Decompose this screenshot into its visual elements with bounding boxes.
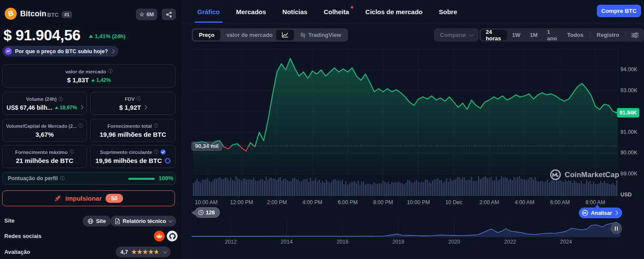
rocket-icon [54, 195, 61, 202]
current-price-badge: 91.94K [617, 108, 639, 117]
range-drag-handle[interactable] [611, 223, 622, 234]
history-badge[interactable]: 128 [195, 207, 220, 218]
chevron-right-icon [110, 49, 114, 54]
up-arrow-icon [89, 35, 93, 38]
info-icon: ⓘ [153, 123, 158, 129]
market-cap-card[interactable]: valor de mercadoⓘ $ 1,83T 1,42% [2, 64, 176, 87]
chevron-down-icon [169, 218, 173, 223]
volume-change: 18,97% [55, 105, 77, 111]
year-axis-label: 2022 [497, 239, 523, 245]
tab-mercados[interactable]: Mercados [235, 1, 267, 23]
tab-noticias[interactable]: Notícias [282, 1, 308, 23]
boost-button[interactable]: Impulsionar 50 [2, 190, 175, 206]
range-1m[interactable]: 1M [525, 30, 542, 40]
coin-symbol: BTC [47, 12, 59, 18]
max-supply-card[interactable]: Fornecimento máximoⓘ 21 milhões de BTC [2, 145, 87, 168]
tab-sobre[interactable]: Sobre [438, 1, 458, 23]
profile-score-bar [128, 178, 155, 180]
circulating-supply-card[interactable]: Suprimento circulanteⓘ 19,96 milhões de … [90, 145, 176, 168]
tab-grafico[interactable]: Gráfico [196, 1, 221, 23]
rating-button[interactable]: 4,7 ★★★★★★★★★★ [116, 247, 171, 257]
info-icon: ⓘ [60, 175, 65, 182]
x-axis-label: 12:00 PM [226, 199, 257, 205]
notification-dot [351, 6, 353, 9]
tab-ciclos-de-mercado[interactable]: Ciclos de mercado [364, 1, 423, 23]
info-icon: ⓘ [108, 68, 113, 75]
metric-toggle: Preço valor de mercado [192, 28, 280, 42]
x-axis-label: 10 Dec [438, 199, 469, 205]
watchlist-button[interactable]: ☆ 6M [136, 9, 157, 20]
socials-row-label: Redes sociais [4, 233, 42, 239]
x-axis-label: 10:00 PM [403, 199, 434, 205]
buy-btc-button[interactable]: Compre BTC [597, 5, 641, 17]
reddit-link[interactable] [154, 231, 165, 241]
github-link[interactable] [167, 231, 178, 241]
profile-score-row[interactable]: Pontuação do perfilⓘ 100% [2, 172, 176, 185]
year-axis-label: 2024 [553, 239, 579, 245]
rating-value: 4,7 [120, 249, 128, 255]
chevron-right-icon [614, 211, 618, 215]
volume-card[interactable]: Volume (24h)ⓘ US$ 67,46 bilh... 18,97% [2, 92, 87, 115]
coinmarketcap-watermark: CoinMarketCap [550, 169, 619, 181]
share-button[interactable] [162, 9, 176, 20]
x-axis-label: 6:00 PM [332, 199, 363, 205]
fdv-card[interactable]: FDVⓘ $ 1,92T [90, 92, 176, 115]
reddit-icon [156, 232, 163, 240]
why-price-up-banner[interactable]: Por que o preço do BTC subiu hoje? [2, 46, 118, 57]
range-1y[interactable]: 1 ano [542, 30, 563, 40]
coin-name: Bitcoin [20, 9, 46, 18]
line-chart-option[interactable] [276, 30, 294, 40]
y-axis-label: 90.00K [620, 150, 638, 156]
site-link-button[interactable]: Site [83, 216, 111, 226]
metric-price-option[interactable]: Preço [193, 30, 220, 40]
x-axis-label: 4:00 AM [509, 199, 540, 205]
x-axis-label: 10:00 AM [191, 199, 222, 205]
x-axis-label: 2:00 AM [474, 199, 505, 205]
range-1w[interactable]: 1W [507, 30, 525, 40]
chevron-down-icon [163, 249, 167, 253]
share-icon [166, 12, 172, 18]
year-axis-label: 2018 [385, 239, 411, 245]
log-scale-toggle[interactable]: Registro [592, 30, 624, 40]
range-24h[interactable]: 24 horas [481, 30, 507, 40]
year-axis-label: 2016 [330, 239, 355, 245]
analyze-button[interactable]: Analisar [579, 208, 622, 218]
chart-type-toggle: TradingView [275, 28, 348, 42]
site-row-label: Site [4, 217, 15, 224]
supply-progress-ring-icon [165, 158, 171, 164]
range-all[interactable]: Todos [563, 30, 588, 40]
star-icon: ☆ [139, 11, 144, 18]
github-icon [169, 233, 176, 240]
info-icon: ⓘ [69, 149, 74, 155]
bitcoin-page: B Bitcoin BTC #1 ☆ 6M $ 91.904,56 1,41% … [0, 0, 644, 259]
document-icon [115, 218, 120, 224]
whitepaper-button[interactable]: Relatório técnico [110, 216, 176, 226]
open-price-badge: 90,34 mil [191, 142, 223, 151]
bitcoin-logo-icon: B [5, 8, 17, 20]
profile-score-value: 100% [159, 175, 174, 181]
x-axis-label: 8:00 PM [367, 199, 398, 205]
y-axis-label: 91.00K [620, 129, 638, 135]
chevron-down-icon [469, 32, 474, 36]
year-axis-label: 2020 [441, 239, 467, 245]
cmc-ai-icon [5, 48, 12, 55]
coin-sidebar: B Bitcoin BTC #1 ☆ 6M $ 91.904,56 1,41% … [0, 0, 183, 259]
price-change-24h: 1,41% (24h) [89, 33, 126, 39]
y-axis-label: 89.00K [620, 171, 638, 177]
boost-count-badge: 50 [105, 194, 123, 203]
info-icon: ⓘ [136, 96, 141, 102]
tab-colheita[interactable]: Colheita [323, 1, 350, 23]
metric-marketcap-option[interactable]: valor de mercado [220, 30, 279, 40]
tradingview-option[interactable]: TradingView [294, 30, 347, 40]
chart-settings-button[interactable] [628, 30, 642, 40]
y-axis-label: 94.00K [620, 66, 638, 72]
cmc-logo-icon [550, 169, 561, 181]
line-chart-icon [282, 32, 289, 38]
globe-icon [87, 218, 93, 224]
volume-mcap-card[interactable]: Volume/Capital de Mercado (2...ⓘ 3,67% [2, 119, 87, 142]
compare-button[interactable]: Comparar [434, 28, 478, 42]
history-range-chart[interactable] [192, 220, 620, 238]
info-icon: ⓘ [78, 123, 83, 129]
total-supply-card[interactable]: Fornecimento totalⓘ 19,96 milhões de BTC [90, 119, 176, 142]
time-range-group: 24 horas 1W 1M 1 ano Todos Registro [479, 28, 644, 42]
